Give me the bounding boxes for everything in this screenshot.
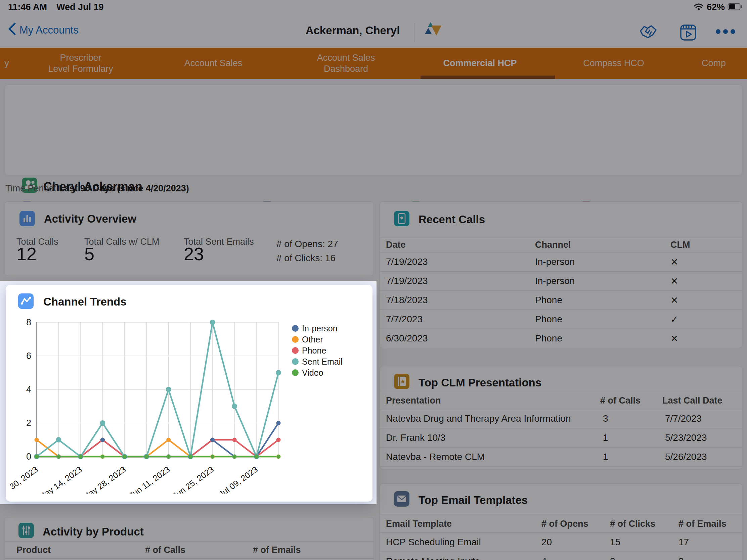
svg-text:In-person: In-person (302, 324, 338, 333)
recent-calls-title: Recent Calls (418, 213, 485, 226)
date-link[interactable]: 7/7/2023 (386, 314, 422, 325)
status-time: 11:46 AM (8, 2, 47, 12)
top-clm-table: Presentation# of CallsLast Call DateNate… (380, 392, 742, 466)
cell: ✕ (670, 257, 678, 268)
header-bar: 11:46 AM Wed Jul 19 62% My Accounts Acke… (0, 0, 747, 48)
tab-y[interactable]: y (0, 48, 14, 79)
handshake-icon[interactable] (638, 23, 659, 43)
date-link[interactable]: 6/30/2023 (386, 333, 428, 344)
back-chevron-icon (7, 22, 16, 38)
cell: Remote Meeting Invite (386, 556, 480, 560)
cell: Phone (535, 314, 562, 325)
col-channel: Channel (535, 240, 571, 250)
back-to-my-accounts[interactable]: My Accounts (7, 22, 79, 38)
date-link[interactable]: 7/7/2023 (665, 413, 702, 424)
back-label: My Accounts (20, 24, 79, 36)
table-header: DateChannelCLM (380, 237, 742, 252)
more-options-icon[interactable] (715, 28, 736, 36)
date-link[interactable]: 7/19/2023 (386, 276, 428, 286)
cell: 1 (603, 432, 608, 443)
table-row: HCP Scheduling Email201517 (380, 533, 742, 552)
cell: In-person (535, 276, 575, 286)
cell: 3 (678, 556, 684, 560)
svg-text:Jun 11, 2023: Jun 11, 2023 (127, 464, 172, 494)
cell: Natevba - Remote CLM (386, 452, 485, 462)
activity-by-product-title: Activity by Product (43, 526, 144, 538)
time-period-value: Last 90 Days (since 4/20/2023) (59, 183, 189, 193)
date-link[interactable]: 7/19/2023 (386, 257, 428, 267)
top-email-table: Email Template# of Opens# of Clicks# of … (380, 515, 742, 560)
status-date: Wed Jul 19 (56, 2, 104, 12)
cell: Natevba Drug and Therapy Area Informatio… (386, 413, 571, 424)
cell: 3 (603, 413, 608, 424)
top-email-templates-panel: Top Email Templates Email Template# of O… (380, 483, 742, 560)
channel-trends-chart: 02468Apr 30, 2023May 14, 2023May 28, 202… (10, 316, 369, 494)
cell: HCP Scheduling Email (386, 537, 481, 548)
cell: 17 (678, 537, 689, 548)
time-period-label: Time Period: (5, 183, 56, 193)
wifi-icon (693, 3, 704, 12)
svg-text:May 28, 2023: May 28, 2023 (81, 464, 128, 494)
top-clm-title: Top CLM Presentations (418, 376, 541, 389)
col-of-calls: # of Calls (145, 545, 185, 555)
trend-line-icon (18, 293, 33, 309)
channel-trends-panel: Channel Trends 02468Apr 30, 2023May 14, … (6, 285, 372, 502)
bar-chart-icon (20, 211, 35, 226)
cell: ✕ (670, 276, 678, 287)
tab-prescriber-level-formulary[interactable]: Prescriber Level Formulary (14, 48, 148, 79)
date-link[interactable]: 5/26/2023 (665, 452, 707, 462)
table-row: Natevba - Remote CLM15/26/2023 (380, 448, 742, 466)
cell: 4 (541, 556, 547, 560)
svg-text:6: 6 (26, 351, 31, 361)
tab-account-sales[interactable]: Account Sales (148, 48, 279, 79)
table-row: Remote Meeting Invite403 (380, 552, 742, 560)
sliders-icon (19, 523, 34, 538)
top-clm-presentations-panel: Top CLM Presentations Presentation# of C… (380, 366, 742, 469)
svg-text:Apr 30, 2023: Apr 30, 2023 (10, 464, 40, 494)
cell: 1 (603, 452, 608, 462)
cell: 0 (610, 556, 615, 560)
table-row: 7/19/2023In-person✕ (380, 272, 742, 291)
tab-account-sales-dashboard[interactable]: Account Sales Dashboard (279, 48, 413, 79)
app-logo-icon (424, 22, 443, 42)
col-clm: CLM (670, 240, 690, 250)
col-presentation: Presentation (386, 396, 441, 406)
col-of-emails: # of Emails (678, 519, 726, 529)
col-product: Product (17, 545, 51, 555)
col-of-opens: # of Opens (541, 519, 589, 529)
media-player-icon[interactable] (679, 24, 697, 43)
envelope-icon (394, 491, 409, 507)
call-phone-icon (394, 211, 409, 226)
cell: ✕ (670, 295, 678, 306)
date-link[interactable]: 7/18/2023 (386, 295, 428, 305)
tab-compass-hco[interactable]: Compass HCO (547, 48, 680, 79)
metric-value-total-calls-w-clm: 5 (84, 243, 94, 264)
tab-comp[interactable]: Comp (680, 48, 747, 79)
channel-trends-title: Channel Trends (43, 295, 127, 308)
metric-label-total-calls-w-clm: Total Calls w/ CLM (84, 237, 159, 247)
battery-percent: 62% (707, 2, 725, 12)
activity-by-product-table: Product# of Calls# of Emails (5, 541, 374, 559)
selected-tab-underline (420, 76, 555, 79)
metric-value-total-calls: 12 (17, 243, 36, 264)
recent-calls-table: DateChannelCLM7/19/2023In-person✕7/19/20… (380, 237, 742, 348)
svg-text:Sent Email: Sent Email (302, 357, 342, 366)
cell: 20 (541, 537, 552, 548)
table-row: Dr. Frank 10/315/23/2023 (380, 428, 742, 448)
table-header: Email Template# of Opens# of Clicks# of … (380, 515, 742, 533)
svg-text:Phone: Phone (302, 346, 326, 355)
cell: ✕ (670, 333, 678, 344)
svg-text:0: 0 (26, 452, 31, 462)
table-row: 6/30/2023Phone✕ (380, 329, 742, 348)
time-period: Time Period: Last 90 Days (since 4/20/20… (5, 183, 189, 194)
stat-of-clicks: # of Clicks: 16 (277, 253, 336, 264)
tab-commercial-hcp[interactable]: Commercial HCP (413, 48, 547, 79)
col-of-calls: # of Calls (600, 396, 641, 406)
metric-value-total-sent-emails: 23 (184, 243, 204, 264)
recent-calls-panel: Recent Calls DateChannelCLM7/19/2023In-p… (380, 202, 742, 348)
svg-text:8: 8 (26, 317, 31, 327)
cell: Dr. Frank 10/3 (386, 432, 445, 443)
svg-text:Jul 09, 2023: Jul 09, 2023 (217, 464, 260, 494)
col-date: Date (386, 240, 406, 250)
date-link[interactable]: 5/23/2023 (665, 432, 707, 443)
